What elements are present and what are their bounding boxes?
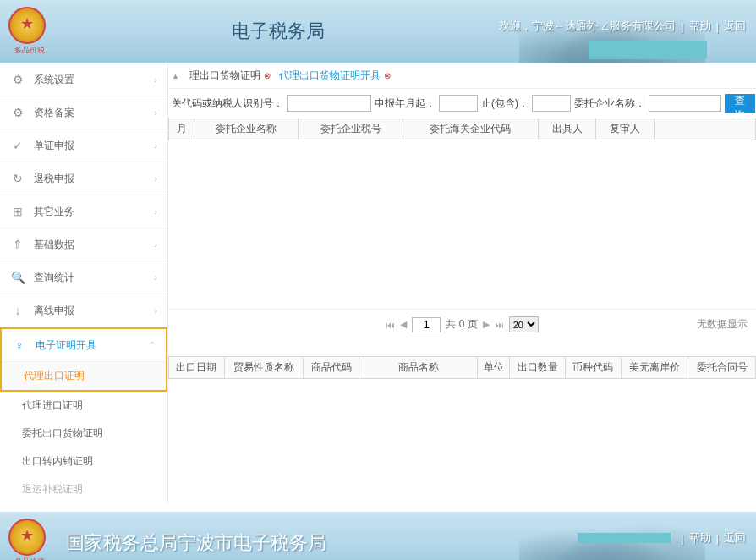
col-issuer: 出具人 — [538, 118, 596, 140]
header-highlight-bar — [589, 41, 707, 59]
sidebar-query-stats[interactable]: 🔍 查询统计 › — [0, 261, 167, 294]
sidebar-offline[interactable]: ↓ 离线申报 › — [0, 294, 167, 327]
close-icon[interactable]: ⊗ — [384, 71, 391, 80]
customs-code-label: 关代码或纳税人识别号： — [172, 96, 283, 111]
page-total: 共 0 页 — [446, 317, 477, 332]
sidebar-base-data[interactable]: ⇑ 基础数据 › — [0, 228, 167, 261]
tab-goods-cert-issue[interactable]: 代理出口货物证明开具 ⊗ — [279, 69, 391, 83]
page-input[interactable] — [412, 317, 441, 332]
triangle-icon: ▲ — [172, 72, 179, 80]
download-icon: ↓ — [10, 303, 25, 318]
page-first-icon[interactable]: ⏮ — [386, 320, 395, 330]
page-last-icon[interactable]: ⏭ — [495, 320, 504, 330]
col-tax-id: 委托企业税号 — [299, 118, 403, 140]
col-currency: 币种代码 — [565, 357, 621, 379]
sidebar-doc-declare[interactable]: ✓ 单证申报 › — [0, 129, 167, 162]
sidebar-sub-import-proxy[interactable]: 代理进口证明 — [0, 392, 167, 420]
app-header: ★ 多品价税 国家税务总局宁波市电子税务局 | 帮助 | 返回 — [0, 512, 756, 560]
close-icon[interactable]: ⊗ — [264, 71, 271, 80]
back-link[interactable]: 返回 — [724, 530, 746, 546]
back-link[interactable]: 返回 — [724, 19, 746, 34]
sidebar-other-biz[interactable]: ⊞ 其它业务 › — [0, 195, 167, 228]
chart-icon: ⇑ — [10, 237, 25, 252]
end-month-label: 止(包含)： — [481, 96, 529, 111]
company-name-label: 委托企业名称： — [574, 96, 645, 111]
stamp-icon: ♀ — [12, 338, 27, 353]
col-fob-usd: 美元离岸价 — [621, 357, 688, 379]
tax-emblem-logo: ★ 多品价税 — [8, 7, 51, 49]
col-company: 委托企业名称 — [194, 118, 299, 140]
search-button[interactable]: 查询 — [725, 94, 755, 113]
page-size-select[interactable]: 20 — [509, 316, 539, 332]
gear-icon: ⚙ — [10, 72, 25, 87]
sidebar-sub-return-tax[interactable]: 退运补税证明 — [0, 475, 167, 503]
tab-bar: ▲ 理出口货物证明 ⊗ 代理出口货物证明开具 ⊗ — [168, 63, 756, 89]
app-title-full: 国家税务总局宁波市电子税务局 — [66, 530, 326, 556]
sidebar-sub-entrust-export[interactable]: 委托出口货物证明 — [0, 420, 167, 447]
col-unit: 单位 — [478, 357, 510, 379]
help-link[interactable]: 帮助 — [689, 530, 711, 546]
header-user-panel: 欢迎，宁波←达通外 ∠服务有限公司 | 帮助 | 返回 — [499, 19, 746, 34]
search-icon: 🔍 — [10, 270, 25, 285]
tax-emblem-logo: ★ 多品价税 — [8, 519, 51, 560]
chevron-right-icon: › — [154, 74, 157, 85]
help-link[interactable]: 帮助 — [689, 19, 711, 34]
filter-bar: 关代码或纳税人识别号： 申报年月起： 止(包含)： 委托企业名称： 查询 打印 — [168, 89, 756, 118]
col-product-code: 商品代码 — [304, 357, 359, 379]
start-month-label: 申报年月起： — [375, 96, 436, 111]
gear-icon: ⚙ — [10, 105, 25, 120]
sidebar-sub-export-proxy[interactable]: 代理出口证明 — [2, 362, 166, 390]
master-grid-body — [168, 140, 756, 310]
col-qty: 出口数量 — [510, 357, 566, 379]
header-user-panel: | 帮助 | 返回 — [578, 530, 746, 546]
start-month-input[interactable] — [439, 95, 478, 112]
end-month-input[interactable] — [532, 95, 571, 112]
page-prev-icon[interactable]: ◀ — [400, 319, 407, 330]
page-next-icon[interactable]: ▶ — [483, 319, 490, 330]
pager: ⏮ ◀ 共 0 页 ▶ ⏭ 20 无数据显示 — [168, 310, 756, 339]
sidebar-tax-refund[interactable]: ↻ 退税申报 › — [0, 162, 167, 195]
sidebar-ecert[interactable]: ♀ 电子证明开具 ⌃ — [2, 329, 166, 362]
sidebar-sub-export-domestic[interactable]: 出口转内销证明 — [0, 447, 167, 475]
tab-goods-cert[interactable]: 理出口货物证明 ⊗ — [189, 69, 271, 83]
sidebar-qualification[interactable]: ⚙ 资格备案 › — [0, 96, 167, 129]
grid-icon: ⊞ — [10, 204, 25, 219]
col-month: 月 — [169, 118, 194, 140]
col-export-date: 出口日期 — [169, 357, 225, 379]
col-reviewer: 复审人 — [596, 118, 655, 140]
customs-code-input[interactable] — [287, 95, 371, 112]
main-content: ▲ 理出口货物证明 ⊗ 代理出口货物证明开具 ⊗ 关代码或纳税人识别号： 申报年… — [168, 63, 756, 503]
detail-grid: 出口日期 贸易性质名称 商品代码 商品名称 单位 出口数量 币种代码 美元离岸价… — [168, 356, 756, 379]
col-customs-code: 委托海关企业代码 — [403, 118, 538, 140]
sidebar: ⚙ 系统设置 › ⚙ 资格备案 › ✓ 单证申报 › ↻ 退税申报 › ⊞ 其它… — [0, 63, 168, 503]
check-icon: ✓ — [10, 138, 25, 153]
refresh-icon: ↻ — [10, 171, 25, 186]
master-grid: 月 委托企业名称 委托企业税号 委托海关企业代码 出具人 复审人 — [168, 118, 756, 140]
no-data-text: 无数据显示 — [697, 317, 748, 332]
sidebar-system-settings[interactable]: ⚙ 系统设置 › — [0, 63, 167, 96]
chevron-up-icon: ⌃ — [148, 340, 156, 351]
col-contract-no: 委托合同号 — [688, 357, 756, 379]
welcome-text: 欢迎，宁波←达通外 ∠服务有限公司 — [499, 19, 677, 34]
header-highlight-bar — [578, 533, 671, 543]
app-header: ★ 多品价税 电子税务局 欢迎，宁波←达通外 ∠服务有限公司 | 帮助 | 返回 — [0, 0, 756, 63]
col-product-name: 商品名称 — [359, 357, 478, 379]
company-name-input[interactable] — [649, 95, 721, 112]
col-trade-type: 贸易性质名称 — [224, 357, 303, 379]
app-title: 电子税务局 — [232, 19, 325, 44]
